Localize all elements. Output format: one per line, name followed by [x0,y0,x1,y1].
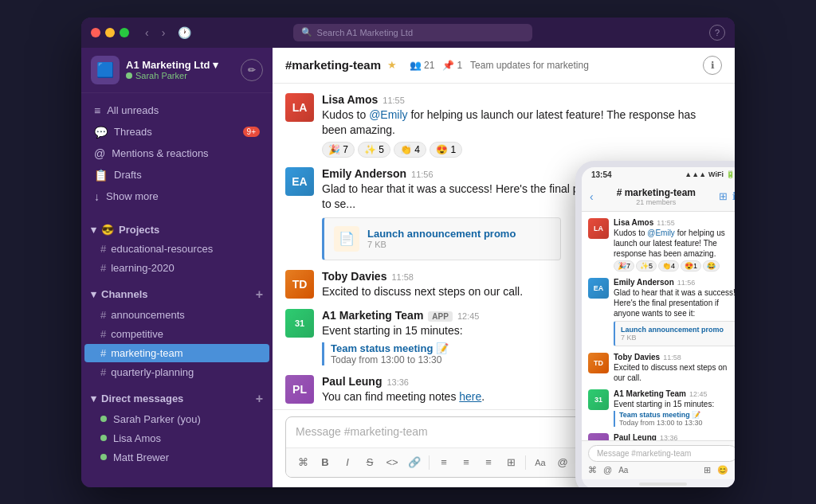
nav-item-drafts[interactable]: 📋 Drafts [84,165,269,186]
add-dm-button[interactable]: + [256,392,263,406]
mobile-image-button[interactable]: ⊞ [704,465,711,475]
nav-item-mentions[interactable]: @ Mentions & reactions [84,143,269,164]
workspace-icon: 🟦 [91,56,120,84]
reaction-btn[interactable]: ✨ 5 [358,142,390,158]
msg-content: Lisa Amos 11:55 Kudos to @Emily for help… [322,93,722,158]
mobile-messages: LA Lisa Amos 11:55 Kudos to @Emily for h… [582,212,735,440]
mobile-toolbar: ⌘ @ Aa ⊞ 😊 › [588,465,735,475]
nav-item-show-more[interactable]: ↓ Show more [84,186,269,207]
dm-sarah-parker[interactable]: Sarah Parker (you) [84,410,269,428]
mobile-format-button[interactable]: ⌘ [588,465,597,475]
projects-header[interactable]: ▾ 😎 Projects [81,221,273,239]
mobile-msg-header: Paul Leung 13:36 [614,433,735,440]
mention: @Emily [369,108,407,121]
meeting-notes-link[interactable]: here [459,390,481,403]
mobile-message-input[interactable]: Message #marketing-team [588,445,735,462]
forward-button[interactable]: › [159,25,169,41]
msg-time: 11:58 [391,272,414,282]
channel-marketing-team[interactable]: # marketing-team [84,344,269,362]
chevron-icon: ▾ [91,224,96,236]
file-attachment[interactable]: 📄 Launch announcement promo 7 KB [322,217,561,260]
channel-educational-resources[interactable]: # educational-resources [84,240,269,258]
mobile-msg-header: A1 Marketing Team 12:45 [614,389,735,398]
ordered-list-button[interactable]: ≡ [434,452,454,473]
bold-button[interactable]: B [315,452,335,473]
mobile-msg-author: Lisa Amos [614,218,653,227]
close-button[interactable] [91,28,100,37]
workspace-name[interactable]: A1 Marketing Ltd ▾ [126,59,234,71]
code-button[interactable]: <> [382,452,402,473]
mobile-at-button[interactable]: @ [603,465,612,475]
mobile-avatar: LA [588,218,609,239]
maximize-button[interactable] [120,28,129,37]
mobile-video-icon[interactable]: ⊞ [719,190,728,202]
reaction[interactable]: 😂 [703,260,720,272]
font-button[interactable]: Aa [530,452,551,473]
sidebar-nav: ≡ All unreads 💬 Threads 9+ @ Mentions & … [81,93,273,214]
mobile-msg-time: 11:55 [657,219,675,227]
search-bar[interactable]: 🔍 Search A1 Marketing Ltd [293,24,532,41]
dm-header[interactable]: ▾ Direct messages + [81,389,273,409]
mentions-icon: @ [94,147,105,160]
chevron-icon: ▾ [91,288,96,300]
format-button[interactable]: ⌘ [292,452,313,473]
msg-author: Toby Davies [322,270,386,283]
channel-meta: 👥 21 📌 1 Team updates for marketing [410,60,589,71]
mobile-emoji-button[interactable]: 😊 [717,465,728,475]
indent-button[interactable]: ≡ [478,452,499,473]
star-icon[interactable]: ★ [387,59,397,71]
mobile-msg-time: 11:58 [663,354,681,361]
mobile-file-attachment[interactable]: Launch announcement promo 7 KB [614,321,735,346]
reaction-btn[interactable]: 😍 1 [430,142,462,158]
italic-button[interactable]: I [337,452,358,473]
pinned-count: 📌 1 [442,60,462,71]
all-unreads-icon: ≡ [94,104,100,117]
dm-lisa-amos[interactable]: Lisa Amos [84,429,269,447]
back-button[interactable]: ‹ [142,25,152,41]
unordered-list-button[interactable]: ≡ [456,452,477,473]
mobile-font-button[interactable]: Aa [618,466,628,475]
reaction[interactable]: 😍1 [681,260,701,272]
link-button[interactable]: 🔗 [404,452,425,473]
mobile-header-icons: ⊞ ℹ [719,190,735,202]
online-indicator [100,435,107,441]
mention-button[interactable]: @ [552,452,573,473]
help-button[interactable]: ? [709,25,725,41]
minimize-button[interactable] [105,28,115,37]
mobile-msg-text: Excited to discuss next steps on our cal… [614,362,735,383]
channel-title: #marketing-team [285,58,381,72]
nav-item-threads[interactable]: 💬 Threads 9+ [84,122,269,143]
nav-item-all-unreads[interactable]: ≡ All unreads [84,100,269,121]
mobile-back-button[interactable]: ‹ [590,190,594,203]
channel-learning-2020[interactable]: # learning-2020 [84,259,269,277]
projects-section: ▾ 😎 Projects # educational-resources # l… [81,221,273,278]
reaction[interactable]: ✨5 [636,260,657,272]
mobile-msg-content: Toby Davies 11:58 Excited to discuss nex… [614,353,735,383]
channel-competitive[interactable]: # competitive [84,325,269,343]
mobile-msg-emily: EA Emily Anderson 11:56 Glad to hear tha… [588,278,735,346]
mobile-status-bar: 13:54 ▲▲▲ WiFi 🔋 [582,167,735,182]
channel-description: Team updates for marketing [470,60,589,71]
add-channel-button[interactable]: + [256,287,263,302]
members-icon: 👥 [410,60,422,71]
mobile-mockup: 13:54 ▲▲▲ WiFi 🔋 ‹ # marketing-team 21 m… [575,161,735,487]
channels-header[interactable]: ▾ Channels + [81,284,273,305]
drafts-icon: 📋 [94,169,108,182]
chat-header: #marketing-team ★ 👥 21 📌 1 Team updates … [273,48,735,84]
info-button[interactable]: ℹ [703,56,722,75]
reaction-btn[interactable]: 👏 4 [394,142,426,158]
mobile-info-icon[interactable]: ℹ [732,190,735,202]
reaction[interactable]: 🎉7 [614,260,634,272]
history-button[interactable]: 🕐 [175,25,194,41]
compose-button[interactable]: ✏ [241,59,263,81]
toolbar-separator [525,455,526,470]
channel-announcements[interactable]: # announcements [84,306,269,324]
strikethrough-button[interactable]: S [359,452,380,473]
reaction-btn[interactable]: 🎉 7 [322,142,355,158]
dm-matt-brewer[interactable]: Matt Brewer [84,448,269,467]
channel-quarterly-planning[interactable]: # quarterly-planning [84,363,269,381]
mobile-msg-content: Paul Leung 13:36 You can find meeting no… [614,433,735,440]
reaction[interactable]: 👏4 [658,260,679,272]
blockquote-button[interactable]: ⊞ [500,452,521,473]
msg-author: Emily Anderson [322,167,406,180]
